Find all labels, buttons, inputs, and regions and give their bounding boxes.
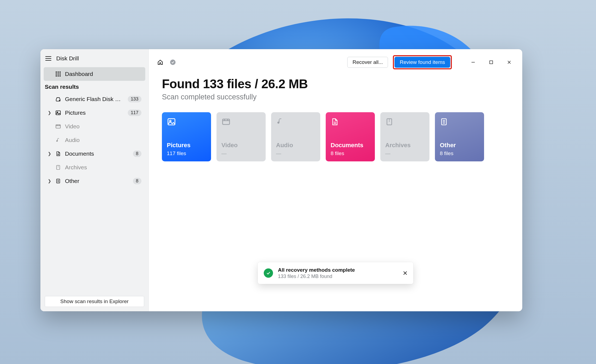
topbar: Recover all... Review found items (149, 49, 522, 69)
card-name: Audio (276, 142, 315, 149)
toast-title: All recovery methods complete (278, 267, 398, 273)
svg-rect-8 (60, 75, 61, 76)
card-sub: 8 files (440, 150, 479, 156)
svg-rect-16 (490, 61, 493, 64)
sidebar-section-heading: Scan results (40, 81, 149, 92)
svg-rect-6 (56, 75, 57, 76)
sidebar-item-label: Pictures (65, 110, 124, 116)
audio-icon (276, 117, 285, 126)
check-icon (264, 268, 273, 278)
card-name: Video (221, 142, 261, 149)
sidebar-item-badge: 8 (133, 150, 141, 157)
document-icon (55, 151, 61, 157)
category-cards: Pictures 117 files Video — Audio — (162, 112, 509, 161)
card-archives[interactable]: Archives — (380, 112, 429, 161)
main-pane: Recover all... Review found items Found … (149, 49, 522, 311)
toast-sub: 133 files / 26.2 MB found (278, 274, 398, 279)
sidebar-header: Disk Drill (40, 49, 149, 67)
show-in-explorer-button[interactable]: Show scan results in Explorer (45, 296, 144, 307)
svg-point-15 (170, 60, 176, 65)
annotation-highlight: Review found items (393, 55, 452, 69)
result-headline: Found 133 files / 26.2 MB (162, 76, 509, 91)
card-sub: 117 files (167, 150, 206, 156)
card-pictures[interactable]: Pictures 117 files (162, 112, 211, 161)
review-found-items-button[interactable]: Review found items (395, 57, 450, 68)
other-icon (55, 178, 61, 184)
svg-rect-10 (56, 111, 61, 115)
audio-icon (55, 137, 61, 143)
sidebar-item-other[interactable]: ❯ Other 8 (44, 174, 145, 188)
svg-rect-0 (56, 72, 57, 73)
app-title: Disk Drill (56, 55, 79, 62)
svg-rect-5 (60, 73, 61, 75)
sidebar-item-badge: 8 (133, 178, 141, 184)
sidebar-item-label: Audio (65, 137, 141, 143)
card-name: Archives (385, 142, 425, 149)
document-icon (331, 117, 339, 126)
completion-toast: All recovery methods complete 133 files … (258, 262, 413, 284)
toast-close-button[interactable] (403, 271, 407, 275)
sidebar-item-pictures[interactable]: ❯ Pictures 117 (44, 106, 145, 120)
home-icon[interactable] (156, 58, 164, 66)
sidebar-item-dashboard[interactable]: Dashboard (44, 67, 145, 81)
app-window: Disk Drill Dashboard Scan results Generi… (40, 49, 522, 311)
card-name: Pictures (167, 142, 206, 149)
card-sub: — (276, 150, 315, 156)
other-icon (440, 117, 449, 126)
result-subhead: Scan completed successfully (162, 93, 509, 101)
sidebar-item-archives[interactable]: Archives (44, 161, 145, 174)
chevron-right-icon: ❯ (48, 179, 51, 184)
scan-status-icon[interactable] (169, 58, 177, 66)
card-video[interactable]: Video — (217, 112, 266, 161)
grid-icon (55, 71, 61, 77)
card-name: Documents (331, 142, 370, 149)
sidebar-item-badge: 117 (128, 110, 141, 116)
sidebar-footer: Show scan results in Explorer (40, 292, 149, 311)
svg-rect-3 (56, 73, 57, 75)
content: Found 133 files / 26.2 MB Scan completed… (149, 69, 522, 161)
video-icon (221, 117, 230, 126)
sidebar-item-audio[interactable]: Audio (44, 133, 145, 147)
recover-all-button[interactable]: Recover all... (347, 57, 388, 68)
sidebar: Disk Drill Dashboard Scan results Generi… (40, 49, 149, 311)
disk-icon (55, 96, 61, 102)
sidebar-item-label: Video (65, 123, 141, 130)
svg-rect-2 (60, 72, 61, 73)
card-sub: — (221, 150, 261, 156)
minimize-button[interactable] (467, 57, 480, 67)
chevron-right-icon: ❯ (48, 110, 51, 115)
sidebar-item-label: Documents (65, 150, 129, 157)
sidebar-dashboard-label: Dashboard (65, 71, 141, 77)
svg-rect-7 (58, 75, 59, 76)
sidebar-item-badge: 133 (128, 96, 141, 102)
video-icon (55, 123, 61, 129)
picture-icon (167, 117, 176, 126)
sidebar-item-disk[interactable]: Generic Flash Disk USB... 133 (44, 92, 145, 106)
card-audio[interactable]: Audio — (271, 112, 320, 161)
sidebar-item-label: Generic Flash Disk USB... (65, 96, 124, 102)
svg-rect-17 (168, 119, 175, 125)
archive-icon (385, 117, 394, 126)
sidebar-item-label: Other (65, 178, 129, 184)
sidebar-item-label: Archives (65, 164, 141, 171)
chevron-right-icon: ❯ (48, 151, 51, 156)
close-button[interactable] (503, 57, 516, 67)
card-sub: — (385, 150, 425, 156)
svg-rect-12 (56, 125, 61, 128)
sidebar-item-video[interactable]: Video (44, 120, 145, 133)
svg-rect-4 (58, 73, 59, 75)
card-other[interactable]: Other 8 files (435, 112, 484, 161)
archive-icon (55, 164, 61, 170)
picture-icon (55, 110, 61, 116)
card-name: Other (440, 142, 479, 149)
svg-rect-19 (223, 119, 230, 125)
svg-point-9 (59, 100, 60, 101)
hamburger-icon[interactable] (45, 56, 51, 61)
card-sub: 8 files (331, 150, 370, 156)
sidebar-item-documents[interactable]: ❯ Documents 8 (44, 147, 145, 161)
card-documents[interactable]: Documents 8 files (326, 112, 375, 161)
maximize-button[interactable] (485, 57, 498, 67)
svg-rect-1 (58, 72, 59, 73)
